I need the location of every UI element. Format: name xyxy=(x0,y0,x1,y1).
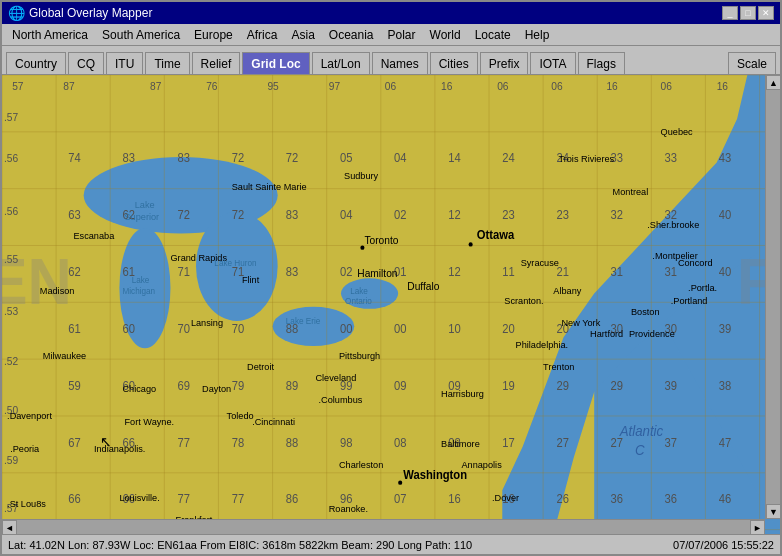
svg-text:.Columbus: .Columbus xyxy=(319,394,363,405)
svg-text:86: 86 xyxy=(286,492,298,505)
title-text: Global Overlay Mapper xyxy=(29,6,152,20)
svg-text:61: 61 xyxy=(68,322,80,335)
svg-text:88: 88 xyxy=(286,435,298,448)
globe-icon: 🌐 xyxy=(8,5,25,21)
scroll-left-button[interactable]: ◄ xyxy=(2,520,17,534)
svg-text:C: C xyxy=(635,443,645,459)
svg-text:.57: .57 xyxy=(4,111,18,123)
svg-text:02: 02 xyxy=(340,265,352,278)
scroll-up-button[interactable]: ▲ xyxy=(766,75,780,90)
tab-time[interactable]: Time xyxy=(145,52,189,74)
svg-text:72: 72 xyxy=(178,208,190,221)
svg-text:02: 02 xyxy=(394,208,406,221)
tab-cities[interactable]: Cities xyxy=(430,52,478,74)
svg-text:.Portla.: .Portla. xyxy=(688,282,717,293)
svg-text:47: 47 xyxy=(719,435,731,448)
svg-text:60: 60 xyxy=(122,322,135,335)
menu-help[interactable]: Help xyxy=(519,27,556,43)
svg-text:Lansing: Lansing xyxy=(191,317,223,328)
svg-text:Baltimore: Baltimore xyxy=(441,437,480,448)
svg-text:29: 29 xyxy=(611,378,623,391)
svg-text:77: 77 xyxy=(178,435,190,448)
map-scrollbar-horizontal[interactable]: ◄ ► xyxy=(2,519,765,534)
svg-text:06: 06 xyxy=(661,80,672,92)
tab-iota[interactable]: IOTA xyxy=(530,52,575,74)
app-window: 🌐 Global Overlay Mapper _ □ ✕ North Amer… xyxy=(0,0,782,556)
scroll-track-horizontal[interactable] xyxy=(17,520,750,534)
svg-text:00: 00 xyxy=(340,322,353,335)
svg-text:.Dover: .Dover xyxy=(492,492,519,503)
svg-text:Lake Huron: Lake Huron xyxy=(214,258,256,268)
tab-lat-lon[interactable]: Lat/Lon xyxy=(312,52,370,74)
svg-text:32: 32 xyxy=(611,208,623,221)
svg-text:89: 89 xyxy=(286,378,298,391)
svg-text:97: 97 xyxy=(329,80,340,92)
svg-text:Lake: Lake xyxy=(132,274,150,284)
svg-text:.Portland: .Portland xyxy=(671,295,708,306)
svg-text:12: 12 xyxy=(448,265,460,278)
menu-africa[interactable]: Africa xyxy=(241,27,284,43)
svg-text:Detroit: Detroit xyxy=(247,361,274,372)
map-scrollbar-vertical[interactable]: ▲ ▼ xyxy=(765,75,780,519)
svg-text:23: 23 xyxy=(502,208,514,221)
title-bar: 🌐 Global Overlay Mapper _ □ ✕ xyxy=(2,2,780,24)
svg-text:79: 79 xyxy=(232,378,244,391)
svg-text:Providence: Providence xyxy=(629,328,675,339)
svg-text:98: 98 xyxy=(340,435,352,448)
maximize-button[interactable]: □ xyxy=(740,6,756,20)
svg-text:.Cincinnati: .Cincinnati xyxy=(252,415,295,426)
menu-oceania[interactable]: Oceania xyxy=(323,27,380,43)
menu-world[interactable]: World xyxy=(424,27,467,43)
svg-text:Concord: Concord xyxy=(678,257,713,268)
menu-locate[interactable]: Locate xyxy=(469,27,517,43)
svg-text:71: 71 xyxy=(178,265,190,278)
status-left: Lat: 41.02N Lon: 87.93W Loc: EN61aa From… xyxy=(8,539,472,551)
svg-text:12: 12 xyxy=(448,208,460,221)
svg-text:.55: .55 xyxy=(4,253,18,265)
menu-asia[interactable]: Asia xyxy=(285,27,320,43)
scroll-track-vertical[interactable] xyxy=(766,90,780,504)
tab-grid-loc[interactable]: Grid Loc xyxy=(242,52,309,74)
tab-cq[interactable]: CQ xyxy=(68,52,104,74)
svg-text:05: 05 xyxy=(340,151,352,164)
scroll-down-button[interactable]: ▼ xyxy=(766,504,780,519)
svg-text:70: 70 xyxy=(232,322,245,335)
tab-prefix[interactable]: Prefix xyxy=(480,52,529,74)
svg-text:Cleveland: Cleveland xyxy=(315,372,356,383)
svg-text:04: 04 xyxy=(394,151,407,164)
svg-text:16: 16 xyxy=(441,80,452,92)
scroll-right-button[interactable]: ► xyxy=(750,520,765,534)
tab-relief[interactable]: Relief xyxy=(192,52,241,74)
svg-text:16: 16 xyxy=(606,80,617,92)
tab-scale[interactable]: Scale xyxy=(728,52,776,74)
svg-text:95: 95 xyxy=(267,80,278,92)
svg-text:09: 09 xyxy=(394,378,406,391)
svg-text:70: 70 xyxy=(178,322,191,335)
svg-text:72: 72 xyxy=(286,151,298,164)
svg-text:26: 26 xyxy=(556,492,568,505)
minimize-button[interactable]: _ xyxy=(722,6,738,20)
map-container[interactable]: EN FN 57 87 87 76 95 97 06 16 06 06 16 0… xyxy=(2,74,780,534)
svg-text:06: 06 xyxy=(385,80,396,92)
svg-text:27: 27 xyxy=(556,435,568,448)
menu-south-america[interactable]: South America xyxy=(96,27,186,43)
map-svg: EN FN 57 87 87 76 95 97 06 16 06 06 16 0… xyxy=(2,75,780,534)
menu-europe[interactable]: Europe xyxy=(188,27,239,43)
svg-text:Trenton: Trenton xyxy=(543,361,574,372)
svg-text:63: 63 xyxy=(68,208,80,221)
svg-text:Toronto: Toronto xyxy=(364,234,398,246)
svg-text:Hartford: Hartford xyxy=(590,328,623,339)
svg-text:06: 06 xyxy=(551,80,562,92)
svg-text:Ontario: Ontario xyxy=(345,296,372,306)
svg-text:Washington: Washington xyxy=(403,468,467,481)
tab-flags[interactable]: Flags xyxy=(578,52,625,74)
menu-polar[interactable]: Polar xyxy=(382,27,422,43)
svg-text:Albany: Albany xyxy=(553,284,581,295)
tab-itu[interactable]: ITU xyxy=(106,52,143,74)
menu-north-america[interactable]: North America xyxy=(6,27,94,43)
svg-text:Toledo: Toledo xyxy=(227,410,254,421)
tab-country[interactable]: Country xyxy=(6,52,66,74)
svg-text:24: 24 xyxy=(502,151,515,164)
close-button[interactable]: ✕ xyxy=(758,6,774,20)
tab-names[interactable]: Names xyxy=(372,52,428,74)
